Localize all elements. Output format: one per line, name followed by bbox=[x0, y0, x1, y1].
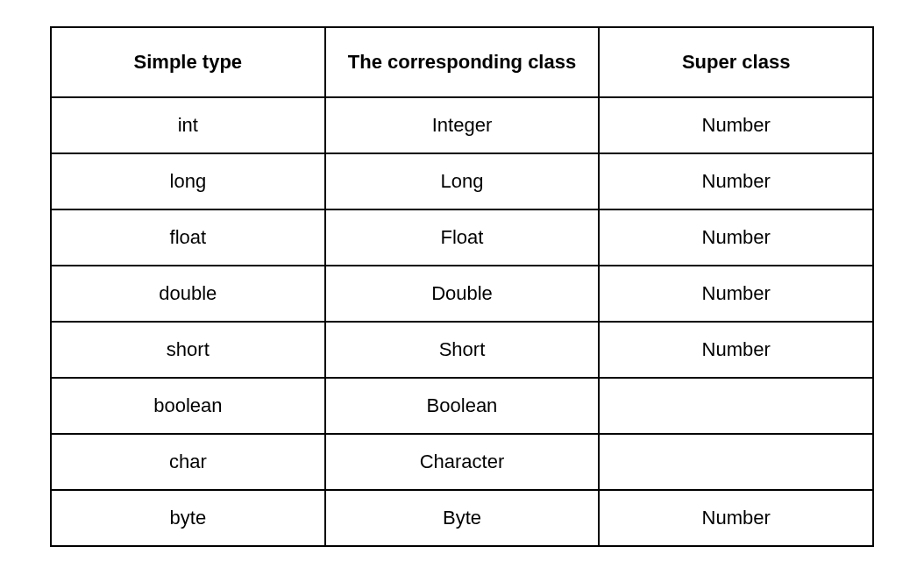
header-corresponding-class: The corresponding class bbox=[325, 27, 600, 97]
table-row: double Double Number bbox=[51, 266, 873, 322]
table-row: short Short Number bbox=[51, 322, 873, 378]
cell-simple-type: double bbox=[51, 266, 325, 322]
header-simple-type: Simple type bbox=[51, 27, 325, 97]
cell-super-class: Number bbox=[599, 490, 873, 546]
cell-corresponding-class: Float bbox=[325, 209, 600, 266]
header-super-class: Super class bbox=[599, 27, 873, 97]
table-row: boolean Boolean bbox=[51, 378, 873, 434]
cell-corresponding-class: Character bbox=[325, 434, 600, 490]
cell-simple-type: char bbox=[51, 434, 325, 490]
cell-corresponding-class: Byte bbox=[325, 490, 600, 546]
table-row: float Float Number bbox=[51, 209, 873, 266]
table-row: byte Byte Number bbox=[51, 490, 873, 546]
table-row: long Long Number bbox=[51, 153, 873, 209]
cell-corresponding-class: Short bbox=[325, 322, 600, 378]
cell-simple-type: long bbox=[51, 153, 325, 209]
cell-corresponding-class: Boolean bbox=[325, 378, 600, 434]
cell-corresponding-class: Integer bbox=[325, 97, 600, 153]
cell-super-class: Number bbox=[599, 322, 873, 378]
table-header-row: Simple type The corresponding class Supe… bbox=[51, 27, 873, 97]
types-table: Simple type The corresponding class Supe… bbox=[50, 26, 874, 547]
cell-corresponding-class: Long bbox=[325, 153, 600, 209]
cell-super-class: Number bbox=[599, 97, 873, 153]
table-row: char Character bbox=[51, 434, 873, 490]
cell-simple-type: int bbox=[51, 97, 325, 153]
cell-simple-type: byte bbox=[51, 490, 325, 546]
cell-super-class: Number bbox=[599, 209, 873, 266]
cell-simple-type: float bbox=[51, 209, 325, 266]
cell-simple-type: boolean bbox=[51, 378, 325, 434]
cell-super-class bbox=[599, 378, 873, 434]
cell-simple-type: short bbox=[51, 322, 325, 378]
cell-corresponding-class: Double bbox=[325, 266, 600, 322]
cell-super-class: Number bbox=[599, 153, 873, 209]
table-row: int Integer Number bbox=[51, 97, 873, 153]
cell-super-class bbox=[599, 434, 873, 490]
cell-super-class: Number bbox=[599, 266, 873, 322]
